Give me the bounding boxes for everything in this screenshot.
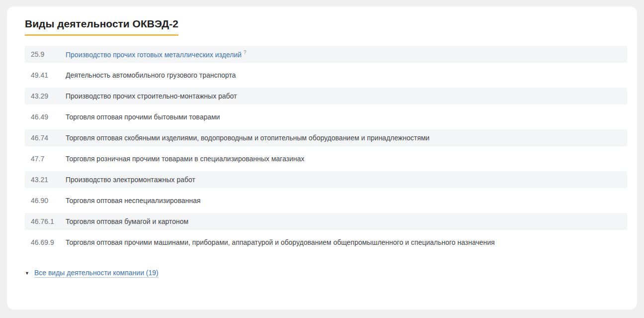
show-all-activities[interactable]: ▼ Все виды деятельности компании (19) xyxy=(25,269,627,278)
activity-code: 46.74 xyxy=(31,134,66,142)
activity-label: Торговля оптовая скобяными изделиями, во… xyxy=(66,134,622,142)
activity-row: 49.41 Деятельность автомобильного грузов… xyxy=(25,67,627,84)
activity-label: Производство прочих готовых металлически… xyxy=(66,50,622,59)
activity-row: 46.74 Торговля оптовая скобяными изделия… xyxy=(25,129,627,146)
activity-code: 25.9 xyxy=(31,50,66,58)
activity-label: Торговля розничная прочими товарами в сп… xyxy=(66,155,622,163)
triangle-down-icon: ▼ xyxy=(25,271,29,276)
activity-code: 49.41 xyxy=(31,71,66,79)
activity-code: 46.90 xyxy=(31,197,66,205)
activity-label: Деятельность автомобильного грузового тр… xyxy=(66,71,622,79)
activity-label: Производство прочих строительно-монтажны… xyxy=(66,92,622,100)
activity-row: 46.90 Торговля оптовая неспециализирован… xyxy=(25,192,627,209)
show-all-activities-link[interactable]: Все виды деятельности компании (19) xyxy=(34,269,159,278)
activities-list: 25.9 Производство прочих готовых металли… xyxy=(25,46,627,251)
activity-label: Торговля оптовая неспециализированная xyxy=(66,197,622,205)
activity-row: 47.7 Торговля розничная прочими товарами… xyxy=(25,150,627,167)
activity-row: 43.29 Производство прочих строительно-мо… xyxy=(25,88,627,105)
activity-code: 47.7 xyxy=(31,155,66,163)
activity-row: 25.9 Производство прочих готовых металли… xyxy=(25,46,627,63)
activity-code: 46.49 xyxy=(31,113,66,121)
activity-code: 43.21 xyxy=(31,176,66,184)
page-title: Виды деятельности ОКВЭД-2 xyxy=(25,17,178,36)
activity-label: Производство электромонтажных работ xyxy=(66,176,622,184)
activity-label: Торговля оптовая прочими машинами, прибо… xyxy=(66,238,622,246)
activity-label: Торговля оптовая бумагой и картоном xyxy=(66,217,622,225)
activity-label: Торговля оптовая прочими бытовыми товара… xyxy=(66,113,622,121)
okved-activities-card: Виды деятельности ОКВЭД-2 25.9 Производс… xyxy=(7,6,637,310)
activity-row: 46.76.1 Торговля оптовая бумагой и карто… xyxy=(25,213,627,230)
hint-question-icon[interactable]: ? xyxy=(243,50,246,55)
activity-code: 46.69.9 xyxy=(31,238,66,246)
activity-code: 43.29 xyxy=(31,92,66,100)
activity-row: 46.69.9 Торговля оптовая прочими машинам… xyxy=(25,234,627,251)
activity-row: 46.49 Торговля оптовая прочими бытовыми … xyxy=(25,108,627,125)
activity-row: 43.21 Производство электромонтажных рабо… xyxy=(25,171,627,188)
activity-link[interactable]: Производство прочих готовых металлически… xyxy=(66,51,242,59)
section-heading: Виды деятельности ОКВЭД-2 xyxy=(25,17,627,36)
activity-code: 46.76.1 xyxy=(31,217,66,225)
